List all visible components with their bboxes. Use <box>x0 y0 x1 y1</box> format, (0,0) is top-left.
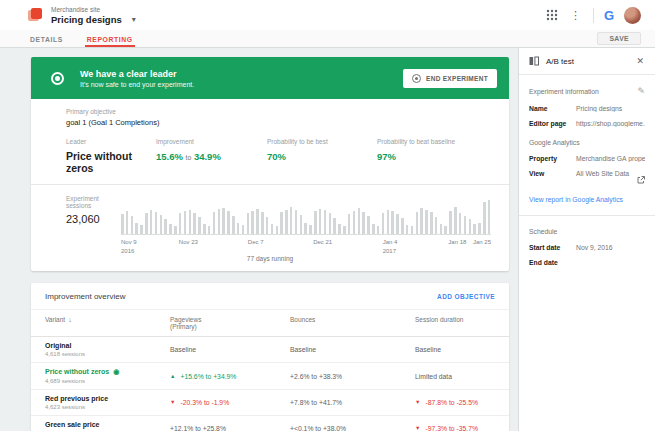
sessions-section: Experiment sessions 23,060 Nov 92016Nov … <box>31 185 509 251</box>
chart-bar <box>266 217 269 234</box>
user-avatar[interactable] <box>624 7 641 24</box>
column-header-variant[interactable]: Variant↓ <box>45 316 170 323</box>
improvement-overview-card: Improvement overview ADD OBJECTIVE Varia… <box>31 283 509 431</box>
session-duration-cell: Baseline <box>415 346 495 353</box>
chart-bar <box>444 226 447 235</box>
chart-bar <box>309 225 312 234</box>
table-row-original: Original 4,618 sessions Baseline Baselin… <box>31 337 509 363</box>
primary-objective-label: Primary objective <box>66 108 489 115</box>
chart-bar <box>160 215 163 234</box>
experiment-switcher[interactable]: Merchandise site Pricing designs ▾ <box>28 6 136 25</box>
radio-checked-icon <box>51 72 64 85</box>
chart-bar <box>135 223 138 234</box>
google-logo: G <box>604 8 614 23</box>
variant-sessions: 4,618 sessions <box>45 351 170 357</box>
primary-objective-value: goal 1 (Goal 1 Completions) <box>66 118 489 127</box>
chart-bar <box>333 218 336 234</box>
chart-bar <box>391 211 394 234</box>
table-row-red-previous-price: Red previous price 4,623 sessions ▼-20.3… <box>31 390 509 416</box>
chart-bar <box>198 217 201 234</box>
tab-bar: DETAILS REPORTING SAVE <box>0 30 655 48</box>
chart-bar <box>329 213 332 234</box>
stop-icon <box>412 74 421 83</box>
chart-bar <box>189 210 192 234</box>
chart-bar <box>184 211 187 234</box>
chart-bar <box>324 210 327 234</box>
chevron-down-icon[interactable]: ▾ <box>132 15 136 24</box>
variant-sessions: 4,689 sessions <box>45 378 170 384</box>
chart-bar <box>300 215 303 234</box>
chart-bar <box>285 210 288 234</box>
chart-bar <box>232 216 235 235</box>
chart-bar <box>454 207 457 234</box>
summary-metrics: Primary objective goal 1 (Goal 1 Complet… <box>31 99 509 184</box>
leader-label: Leader <box>66 138 156 145</box>
session-duration-cell: Limited data <box>415 373 495 380</box>
close-icon[interactable]: ✕ <box>635 56 645 66</box>
chart-bar <box>416 212 419 234</box>
chart-bar <box>396 214 399 234</box>
chart-bar <box>218 209 221 234</box>
axis-tick-label: Jan 18 <box>448 238 466 247</box>
apps-grid-icon[interactable] <box>546 9 558 21</box>
table-row-price-without-zeros: Price without zeros◉ 4,689 sessions ▲+15… <box>31 363 509 390</box>
improvement-value: 15.6% to 34.9% <box>156 151 267 162</box>
external-link-icon[interactable] <box>637 170 645 188</box>
edit-icon[interactable]: ✎ <box>637 86 645 96</box>
chart-bar <box>169 224 172 234</box>
experiment-info-label: Experiment information <box>529 88 599 95</box>
variant-name: Original <box>45 342 71 349</box>
optimize-app: Merchandise site Pricing designs ▾ ⋮ <box>0 0 655 431</box>
chart-bar <box>377 226 380 235</box>
pageviews-cell: ▼-20.3% to -1.9% <box>170 399 290 406</box>
session-duration-cell: ▼-87.8% to -25.5% <box>415 399 495 406</box>
chart-bar <box>242 225 245 234</box>
field-property: Property Merchandise GA property <box>529 155 645 162</box>
experiment-title: Pricing designs <box>51 14 122 25</box>
ab-test-icon <box>529 56 539 66</box>
chart-bar <box>372 224 375 234</box>
table-row-green-sale-price: Green sale price 4,612 sessions +12.1% t… <box>31 416 509 431</box>
column-header-session-duration[interactable]: Session duration <box>415 316 495 323</box>
chart-bar <box>131 216 134 234</box>
chart-bar <box>193 213 196 234</box>
end-experiment-button[interactable]: END EXPERIMENT <box>403 69 497 88</box>
chart-bar <box>440 224 443 234</box>
view-report-link[interactable]: View report in Google Analytics <box>529 196 645 203</box>
tab-reporting[interactable]: REPORTING <box>85 30 135 47</box>
chart-bar <box>353 211 356 234</box>
more-options-icon[interactable]: ⋮ <box>568 10 583 21</box>
chart-bar <box>280 212 283 234</box>
chart-bar <box>121 214 124 234</box>
chart-bar <box>174 226 177 234</box>
prob-beat-baseline-value: 97% <box>377 151 489 162</box>
chart-bar <box>464 216 467 235</box>
column-header-bounces[interactable]: Bounces <box>290 316 415 323</box>
chart-ticks: Nov 92016Nov 23Dec 7Dec 21Jan 42017Jan 1… <box>121 235 491 251</box>
chart-bar <box>208 226 211 235</box>
column-header-pageviews[interactable]: Pageviews (Primary) <box>170 316 290 330</box>
chart-bar <box>343 226 346 234</box>
save-button[interactable]: SAVE <box>597 32 641 45</box>
schedule-label: Schedule <box>529 228 645 235</box>
prob-beat-baseline-label: Probability to beat baseline <box>377 138 489 145</box>
days-running-label: 77 days running <box>31 251 509 271</box>
chart-bar <box>213 212 216 234</box>
chart-bar <box>488 200 491 234</box>
chart-bar <box>382 213 385 234</box>
chart-bar <box>140 225 143 234</box>
bounces-cell: +7.8% to +41.7% <box>290 399 415 406</box>
banner-subtitle: It's now safe to end your experiment. <box>80 81 194 88</box>
chart-bar <box>261 212 264 234</box>
chart-bar <box>401 218 404 234</box>
axis-tick-label: Nov 23 <box>179 238 198 247</box>
leader-banner: We have a clear leader It's now safe to … <box>31 57 509 99</box>
chart-bar <box>251 211 254 234</box>
chart-bar <box>478 223 481 234</box>
divider <box>593 8 594 23</box>
chart-bar <box>203 224 206 234</box>
tab-details[interactable]: DETAILS <box>28 30 65 47</box>
axis-tick-label: Nov 92016 <box>121 238 137 256</box>
chart-bar <box>314 211 317 234</box>
add-objective-button[interactable]: ADD OBJECTIVE <box>437 293 495 300</box>
